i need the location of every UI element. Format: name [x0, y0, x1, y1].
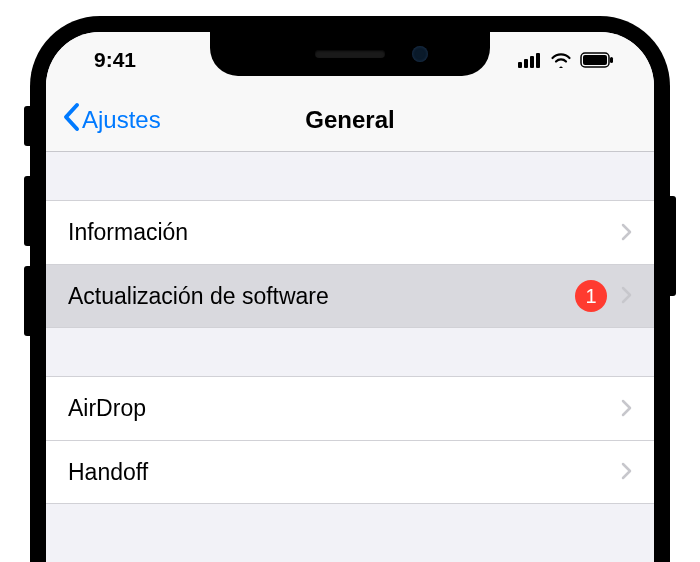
chevron-right-icon: [621, 282, 632, 310]
list-section-1: Información Actualización de software 1: [46, 200, 654, 328]
row-handoff[interactable]: Handoff: [46, 440, 654, 504]
svg-rect-1: [524, 59, 528, 68]
svg-rect-0: [518, 62, 522, 68]
svg-rect-2: [530, 56, 534, 68]
phone-frame: 9:41: [30, 16, 670, 562]
back-label: Ajustes: [82, 106, 161, 134]
back-button[interactable]: Ajustes: [62, 102, 161, 137]
status-time: 9:41: [78, 48, 136, 72]
nav-title: General: [305, 106, 394, 134]
screen: 9:41: [46, 32, 654, 562]
chevron-right-icon: [621, 219, 632, 247]
chevron-right-icon: [621, 458, 632, 486]
row-label: Información: [68, 219, 621, 246]
list-section-2: AirDrop Handoff: [46, 376, 654, 504]
status-icons: [518, 52, 622, 68]
speaker-grille: [315, 50, 385, 58]
svg-rect-3: [536, 53, 540, 68]
row-airdrop[interactable]: AirDrop: [46, 376, 654, 440]
battery-icon: [580, 52, 614, 68]
phone-button-power: [670, 196, 676, 296]
row-label: Handoff: [68, 459, 621, 486]
phone-button-silence: [24, 106, 30, 146]
phone-button-volume-down: [24, 266, 30, 336]
wifi-icon: [550, 52, 572, 68]
row-informacion[interactable]: Información: [46, 200, 654, 264]
notch: [210, 32, 490, 76]
svg-rect-5: [583, 55, 607, 65]
chevron-left-icon: [62, 102, 80, 137]
front-camera: [412, 46, 428, 62]
row-actualizacion-software[interactable]: Actualización de software 1: [46, 264, 654, 328]
row-label: Actualización de software: [68, 283, 575, 310]
chevron-right-icon: [621, 395, 632, 423]
phone-button-volume-up: [24, 176, 30, 246]
notification-badge: 1: [575, 280, 607, 312]
nav-bar: Ajustes General: [46, 88, 654, 152]
cellular-signal-icon: [518, 52, 542, 68]
svg-rect-6: [610, 57, 613, 63]
row-label: AirDrop: [68, 395, 621, 422]
